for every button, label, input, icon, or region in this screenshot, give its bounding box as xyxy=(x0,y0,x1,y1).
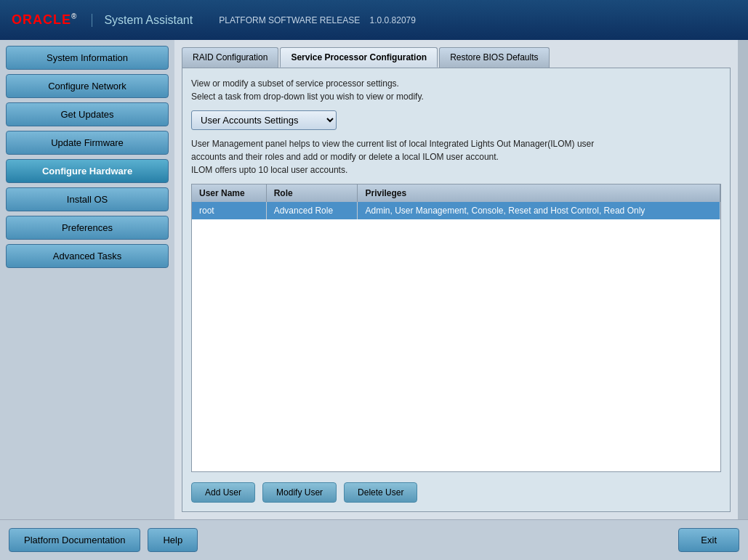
exit-button[interactable]: Exit xyxy=(678,528,739,552)
sidebar: System Information Configure Network Get… xyxy=(0,40,174,519)
registered-mark: ® xyxy=(71,12,77,20)
col-username: User Name xyxy=(192,184,266,202)
ilom-line3: ILOM offers upto 10 local user accounts. xyxy=(191,163,721,176)
description-line2: Select a task from drop-down list you wi… xyxy=(191,90,721,103)
sidebar-item-install-os[interactable]: Install OS xyxy=(6,187,169,211)
cell-role: Advanced Role xyxy=(266,202,358,219)
tab-service-processor-configuration[interactable]: Service Processor Configuration xyxy=(280,47,438,68)
ilom-description: User Management panel helps to view the … xyxy=(191,137,721,176)
release-info: PLATFORM SOFTWARE RELEASE 1.0.0.82079 xyxy=(219,15,416,25)
tab-restore-bios-defaults[interactable]: Restore BIOS Defaults xyxy=(439,47,549,68)
release-label: PLATFORM SOFTWARE RELEASE xyxy=(219,15,360,25)
sidebar-item-get-updates[interactable]: Get Updates xyxy=(6,102,169,126)
tab-raid-configuration[interactable]: RAID Configuration xyxy=(182,47,278,68)
modify-user-button[interactable]: Modify User xyxy=(262,482,337,503)
sidebar-item-update-firmware[interactable]: Update Firmware xyxy=(6,131,169,155)
scrollbar[interactable] xyxy=(738,40,748,519)
tab-bar: RAID Configuration Service Processor Con… xyxy=(182,47,731,68)
sidebar-item-configure-hardware[interactable]: Configure Hardware xyxy=(6,159,169,183)
action-buttons: Add User Modify User Delete User xyxy=(191,482,721,503)
release-version: 1.0.0.82079 xyxy=(370,15,416,25)
delete-user-button[interactable]: Delete User xyxy=(344,482,417,503)
user-table-container: User Name Role Privileges root Advanced … xyxy=(191,184,721,472)
ilom-line1: User Management panel helps to view the … xyxy=(191,137,721,150)
col-role: Role xyxy=(266,184,358,202)
sidebar-item-advanced-tasks[interactable]: Advanced Tasks xyxy=(6,244,169,268)
footer: Platform Documentation Help Exit xyxy=(0,519,748,560)
sidebar-item-preferences[interactable]: Preferences xyxy=(6,216,169,240)
ilom-line2: accounts and their roles and add or modi… xyxy=(191,150,721,163)
panel: View or modify a subset of service proce… xyxy=(182,68,731,512)
cell-username: root xyxy=(192,202,266,219)
main-layout: System Information Configure Network Get… xyxy=(0,40,748,519)
sidebar-item-configure-network[interactable]: Configure Network xyxy=(6,74,169,98)
col-privileges: Privileges xyxy=(358,184,720,202)
description-text: View or modify a subset of service proce… xyxy=(191,77,721,103)
table-row[interactable]: root Advanced Role Admin, User Managemen… xyxy=(192,202,720,219)
add-user-button[interactable]: Add User xyxy=(191,482,255,503)
description-line1: View or modify a subset of service proce… xyxy=(191,77,721,90)
content-area: RAID Configuration Service Processor Con… xyxy=(174,40,738,519)
app-title: System Assistant xyxy=(92,14,193,27)
sidebar-item-system-information[interactable]: System Information xyxy=(6,46,169,70)
header: ORACLE® System Assistant PLATFORM SOFTWA… xyxy=(0,0,748,40)
help-button[interactable]: Help xyxy=(148,528,198,552)
cell-privileges: Admin, User Management, Console, Reset a… xyxy=(358,202,720,219)
user-table: User Name Role Privileges root Advanced … xyxy=(192,184,720,219)
platform-documentation-button[interactable]: Platform Documentation xyxy=(9,528,140,552)
task-dropdown[interactable]: User Accounts Settings Network Settings … xyxy=(191,110,337,130)
task-dropdown-row: User Accounts Settings Network Settings … xyxy=(191,110,721,130)
oracle-text: ORACLE xyxy=(12,12,71,27)
table-header-row: User Name Role Privileges xyxy=(192,184,720,202)
oracle-logo: ORACLE® xyxy=(12,12,77,28)
